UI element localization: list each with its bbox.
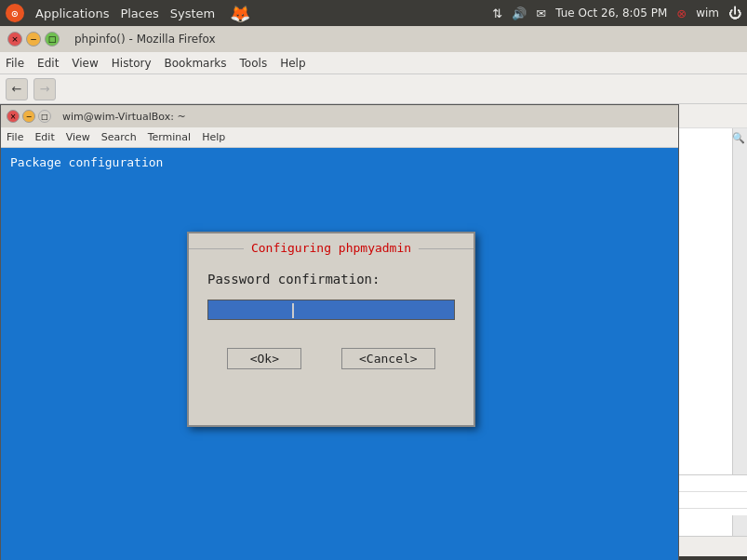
browser-titlebar: × − □ phpinfo() - Mozilla Firefox xyxy=(0,26,747,52)
username: wim xyxy=(696,7,719,20)
top-panel-left: ⊙ Applications Places System 🦊 xyxy=(6,4,250,23)
browser-title: phpinfo() - Mozilla Firefox xyxy=(74,33,740,46)
terminal-min-btn[interactable]: − xyxy=(22,110,35,123)
system-menu[interactable]: System xyxy=(170,7,215,20)
terminal-max-btn[interactable]: □ xyxy=(38,110,51,123)
terminal-window: × − □ wim@wim-VirtualBox: ~ File Edit Vi… xyxy=(0,104,679,560)
browser-min-btn[interactable]: − xyxy=(26,32,41,47)
terminal-close-btn[interactable]: × xyxy=(7,110,20,123)
browser-close-btn[interactable]: × xyxy=(7,32,22,47)
cursor xyxy=(292,303,294,318)
browser-max-btn[interactable]: □ xyxy=(45,32,60,47)
dialog-titlebar: Configuring phpmyadmin xyxy=(189,233,474,262)
power-icon[interactable]: ⏻ xyxy=(728,6,741,20)
dialog-title: Configuring phpmyadmin xyxy=(244,241,419,255)
browser-window-controls: × − □ xyxy=(7,32,60,47)
cancel-button[interactable]: <Cancel> xyxy=(341,348,435,369)
term-menu-edit[interactable]: Edit xyxy=(34,131,54,143)
terminal-body: Package configuration Configuring phpmya… xyxy=(1,148,678,560)
datetime: Tue Oct 26, 8:05 PM xyxy=(555,7,667,20)
dialog-box: Configuring phpmyadmin Password confirma… xyxy=(187,232,475,427)
term-menu-search[interactable]: Search xyxy=(101,131,137,143)
terminal-titlebar: × − □ wim@wim-VirtualBox: ~ xyxy=(1,105,678,127)
search-icon[interactable]: 🔍 xyxy=(732,132,745,144)
places-menu[interactable]: Places xyxy=(120,7,158,20)
applications-menu[interactable]: Applications xyxy=(35,7,109,20)
main-container: × − □ phpinfo() - Mozilla Firefox File E… xyxy=(0,26,747,560)
dialog-label: Password confirmation: xyxy=(207,272,455,287)
terminal-controls: × − □ xyxy=(7,110,51,123)
ok-button[interactable]: <Ok> xyxy=(227,348,301,369)
dialog-body: Password confirmation: xyxy=(189,262,474,348)
firefox-tray-icon: 🦊 xyxy=(230,4,250,23)
terminal-wrapper: × − □ wim@wim-VirtualBox: ~ File Edit Vi… xyxy=(0,52,679,513)
volume-icon: 🔊 xyxy=(512,7,527,20)
terminal-menubar: File Edit View Search Terminal Help xyxy=(1,127,678,148)
term-menu-view[interactable]: View xyxy=(66,131,90,143)
email-icon: ✉ xyxy=(536,7,546,20)
pkg-config-text: Package configuration xyxy=(10,155,163,169)
term-menu-help[interactable]: Help xyxy=(202,131,225,143)
sort-icon: ⇅ xyxy=(492,7,502,20)
term-menu-terminal[interactable]: Terminal xyxy=(148,131,192,143)
terminal-title: wim@wim-VirtualBox: ~ xyxy=(62,111,186,123)
top-panel-right: ⇅ 🔊 ✉ Tue Oct 26, 8:05 PM ⊗ wim ⏻ xyxy=(492,6,741,20)
dialog-buttons: <Ok> <Cancel> xyxy=(189,348,474,369)
error-icon: ⊗ xyxy=(676,7,687,20)
ubuntu-logo[interactable]: ⊙ xyxy=(6,4,24,22)
dialog-password-input[interactable] xyxy=(207,300,455,320)
top-panel: ⊙ Applications Places System 🦊 ⇅ 🔊 ✉ Tue… xyxy=(0,0,747,26)
term-menu-file[interactable]: File xyxy=(7,131,23,143)
